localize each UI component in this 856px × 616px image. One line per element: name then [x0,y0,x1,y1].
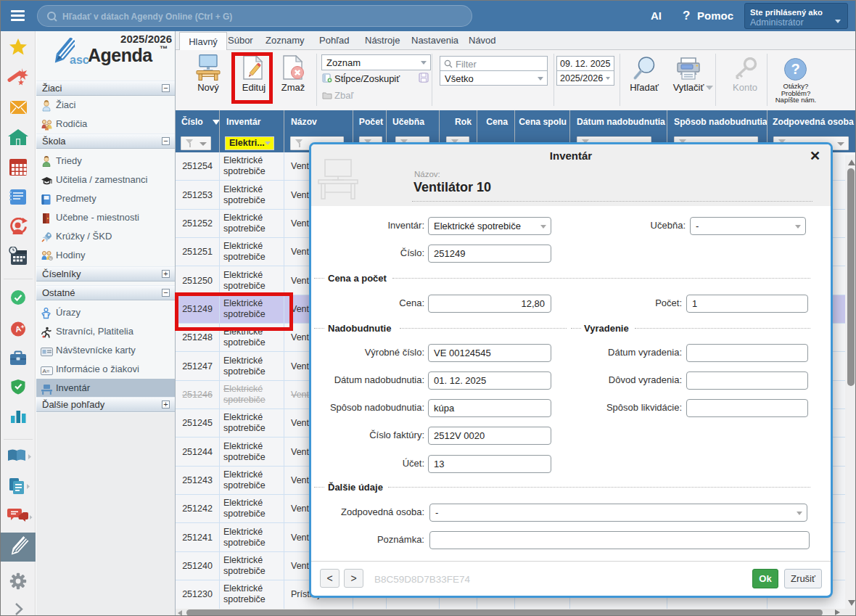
svg-text:A=: A= [43,368,50,374]
